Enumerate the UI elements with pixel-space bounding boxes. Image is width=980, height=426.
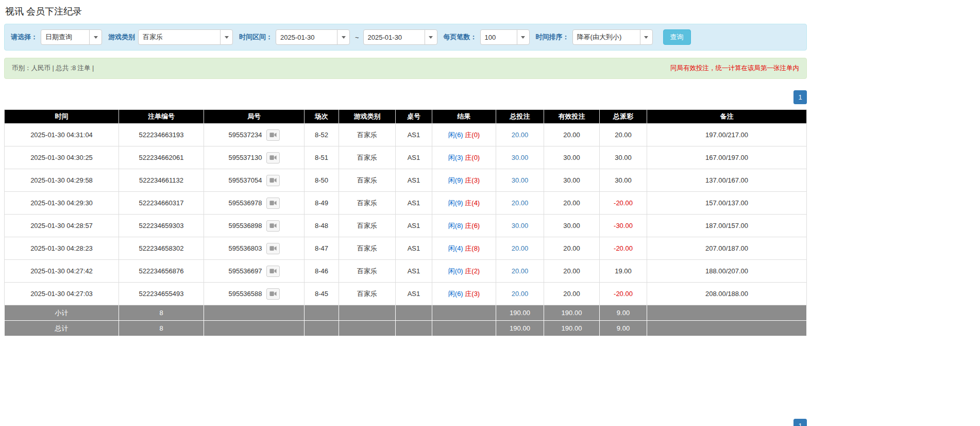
date-to-dropdown-button[interactable]	[425, 29, 437, 45]
view-video-button[interactable]	[266, 220, 280, 232]
page-size-input[interactable]	[480, 29, 517, 45]
bet-id-cell: 522234655493	[119, 283, 204, 305]
remark-cell: 188.00/207.00	[647, 260, 807, 283]
grand-total-row: 总计8190.00190.009.00	[5, 321, 807, 336]
footer-empty-cell	[204, 305, 305, 321]
date-from-dropdown-button[interactable]	[337, 29, 350, 45]
total-bet-cell: 30.00	[496, 215, 544, 237]
footer-empty-cell	[305, 321, 339, 336]
result-player: 闲(0)	[448, 267, 463, 275]
valid-bet-cell: 30.00	[544, 215, 600, 237]
result-cell: 闲(6) 庄(3)	[432, 283, 496, 305]
round-cell: 595537130	[204, 146, 305, 169]
session-cell: 8-49	[305, 192, 339, 215]
table-number-cell: AS1	[396, 260, 432, 283]
time-cell: 2025-01-30 04:28:57	[5, 215, 119, 237]
session-cell: 8-46	[305, 260, 339, 283]
video-icon	[269, 155, 277, 160]
round-wrap: 595537234	[228, 129, 279, 141]
total-bet-link[interactable]: 20.00	[512, 199, 529, 207]
select-type-label: 请选择：	[11, 32, 38, 42]
column-header: 结果	[432, 110, 496, 124]
table-row: 2025-01-30 04:27:42522234656876595536697…	[5, 260, 807, 283]
sort-order-dropdown-button[interactable]	[640, 29, 653, 45]
game-type-label: 游戏类别	[108, 32, 135, 42]
select-type-input[interactable]	[41, 29, 90, 45]
payout-cell: -20.00	[600, 192, 647, 215]
page-size-dropdown-button[interactable]	[517, 29, 530, 45]
table-row: 2025-01-30 04:29:30522234660317595536978…	[5, 192, 807, 215]
footer-total-bet-cell: 190.00	[496, 321, 544, 336]
table-number-cell: AS1	[396, 237, 432, 260]
result-player: 闲(4)	[448, 244, 463, 252]
view-video-button[interactable]	[266, 266, 280, 277]
result-player: 闲(3)	[448, 154, 463, 161]
date-from-combo	[276, 29, 350, 45]
footer-payout-cell: 9.00	[600, 305, 647, 321]
round-cell: 595537234	[204, 124, 305, 146]
result-cell: 闲(6) 庄(0)	[432, 124, 496, 146]
round-id: 595537130	[228, 154, 262, 161]
total-bet-link[interactable]: 30.00	[512, 154, 529, 161]
total-bet-link[interactable]: 20.00	[512, 131, 529, 139]
column-header: 局号	[204, 110, 305, 124]
game-type-cell: 百家乐	[339, 260, 396, 283]
game-type-combo	[138, 29, 233, 45]
round-id: 595536898	[228, 222, 262, 230]
footer-empty-cell	[647, 305, 807, 321]
view-video-button[interactable]	[266, 198, 280, 209]
footer-valid-bet-cell: 190.00	[544, 305, 600, 321]
footer-empty-cell	[432, 305, 496, 321]
remark-cell: 157.00/137.00	[647, 192, 807, 215]
view-video-button[interactable]	[266, 175, 280, 186]
column-header: 注单编号	[119, 110, 204, 124]
game-type-input[interactable]	[138, 29, 221, 45]
total-bet-link[interactable]: 20.00	[512, 290, 529, 298]
result-banker: 庄(3)	[465, 176, 480, 184]
page-title: 视讯 会员下注纪录	[5, 5, 807, 18]
footer-total-bet-cell: 190.00	[496, 305, 544, 321]
query-button[interactable]: 查询	[663, 29, 691, 45]
table-row: 2025-01-30 04:28:23522234658302595536803…	[5, 237, 807, 260]
total-bet-link[interactable]: 20.00	[512, 267, 529, 275]
view-video-button[interactable]	[266, 129, 280, 141]
total-bet-link[interactable]: 30.00	[512, 176, 529, 184]
video-icon	[269, 200, 277, 206]
view-video-button[interactable]	[266, 243, 280, 254]
page-1-button-bottom[interactable]: 1	[793, 419, 807, 426]
page: 视讯 会员下注纪录 请选择： 游戏类别 时间区间： ~ 每页笔数： 时间排序：	[4, 0, 807, 336]
page-1-button[interactable]: 1	[793, 90, 807, 104]
bet-id-cell: 522234663193	[119, 124, 204, 146]
result-cell: 闲(4) 庄(8)	[432, 237, 496, 260]
valid-bet-cell: 30.00	[544, 146, 600, 169]
view-video-button[interactable]	[266, 152, 280, 163]
valid-bet-cell: 20.00	[544, 283, 600, 305]
sort-order-input[interactable]	[572, 29, 640, 45]
time-cell: 2025-01-30 04:27:03	[5, 283, 119, 305]
valid-bet-cell: 20.00	[544, 192, 600, 215]
round-cell: 595536803	[204, 237, 305, 260]
result-cell: 闲(9) 庄(4)	[432, 192, 496, 215]
session-cell: 8-51	[305, 146, 339, 169]
result-banker: 庄(8)	[465, 244, 480, 252]
result-banker: 庄(2)	[465, 267, 480, 275]
game-type-dropdown-button[interactable]	[220, 29, 233, 45]
pagination-top: 1	[4, 90, 807, 104]
total-bet-link[interactable]: 20.00	[512, 244, 529, 252]
view-video-button[interactable]	[266, 288, 280, 300]
round-cell: 595536978	[204, 192, 305, 215]
total-bet-link[interactable]: 30.00	[512, 222, 529, 230]
round-cell: 595536697	[204, 260, 305, 283]
date-to-input[interactable]	[363, 29, 425, 45]
remark-cell: 167.00/197.00	[647, 146, 807, 169]
table-body: 2025-01-30 04:31:04522234663193595537234…	[5, 124, 807, 305]
currency-summary-text: 币别：人民币 | 总共 :8 注单 |	[12, 64, 94, 73]
table-row: 2025-01-30 04:27:03522234655493595536588…	[5, 283, 807, 305]
chevron-down-icon	[429, 36, 433, 39]
footer-label-cell: 小计	[5, 305, 119, 321]
total-bet-cell: 20.00	[496, 124, 544, 146]
select-type-dropdown-button[interactable]	[89, 29, 102, 45]
column-header: 游戏类别	[339, 110, 396, 124]
valid-bet-cell: 20.00	[544, 124, 600, 146]
date-from-input[interactable]	[276, 29, 337, 45]
